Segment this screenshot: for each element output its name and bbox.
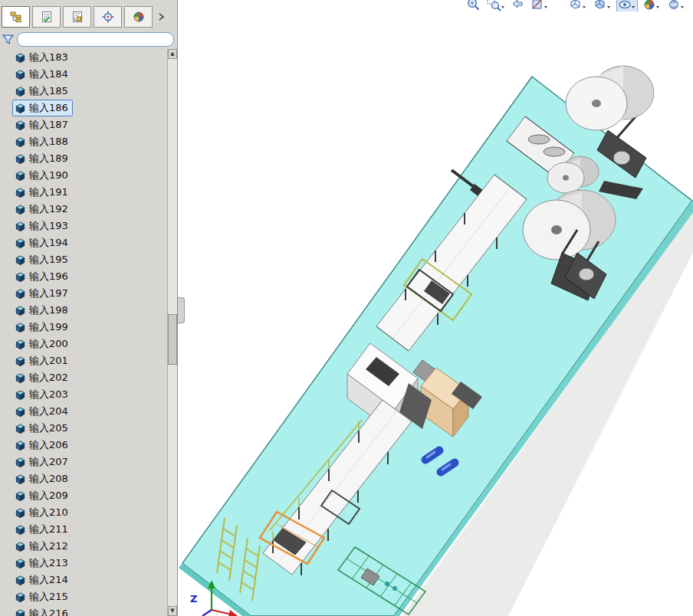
tree-item[interactable]: 输入215 <box>0 588 167 605</box>
zoom-area-button[interactable] <box>485 0 505 11</box>
tab-dimxpertmanager[interactable] <box>94 6 122 28</box>
tree-item[interactable]: 输入184 <box>0 66 167 83</box>
tree-item-label: 输入185 <box>29 84 68 98</box>
tree-item-label: 输入197 <box>29 287 68 300</box>
tree-item-label: 输入200 <box>29 337 68 351</box>
solidworks-window: { "left_panel": { "tabs": [ {"icon": "fe… <box>0 0 693 616</box>
tree-item[interactable]: 输入202 <box>0 369 167 386</box>
feature-panel: 输入183输入184输入185输入186输入187输入188输入189输入190… <box>0 0 178 616</box>
tree-item-label: 输入206 <box>29 438 68 452</box>
imported-part-cube-icon <box>15 339 26 350</box>
tree-item[interactable]: 输入203 <box>0 386 167 403</box>
configurationmanager-icon <box>71 11 84 23</box>
tree-item-label: 输入183 <box>29 51 68 64</box>
tab-configurationmanager[interactable] <box>63 6 91 28</box>
imported-part-cube-icon <box>15 591 26 603</box>
edit-appearance-button[interactable] <box>642 0 662 11</box>
imported-part-cube-icon <box>15 440 26 451</box>
material-roll-1[interactable] <box>566 66 654 130</box>
tree-item[interactable]: 输入195 <box>0 251 167 268</box>
tree-item[interactable]: 输入194 <box>0 234 167 251</box>
tree-item[interactable]: 输入210 <box>0 504 167 521</box>
featuremanager-tree-icon <box>10 11 22 23</box>
tree-item-label: 输入205 <box>29 421 68 435</box>
triad-z-label: Z <box>190 593 197 605</box>
tree-item-label: 输入188 <box>29 135 68 149</box>
feature-filter-input[interactable] <box>17 32 174 47</box>
display-style-button[interactable] <box>593 0 613 11</box>
tab-featuremanager[interactable] <box>2 6 30 28</box>
scrollbar-up-arrow[interactable]: ▲ <box>168 49 177 59</box>
tree-item[interactable]: 输入205 <box>0 420 167 437</box>
tree-item[interactable]: 输入197 <box>0 285 167 302</box>
imported-part-cube-icon <box>15 490 26 502</box>
tree-item[interactable]: 输入204 <box>0 403 167 420</box>
tree-item[interactable]: 输入212 <box>0 538 167 555</box>
edit-appearance-icon <box>642 0 661 11</box>
panel-tab-bar <box>0 0 177 30</box>
tree-item[interactable]: 输入207 <box>0 454 167 470</box>
tree-item[interactable]: 输入189 <box>0 150 167 167</box>
graphics-viewport[interactable]: Z <box>179 0 693 616</box>
tree-item[interactable]: 输入183 <box>0 49 167 66</box>
tree-item[interactable]: 输入198 <box>0 302 167 319</box>
tree-item-label: 输入196 <box>29 270 68 283</box>
view-orientation-button[interactable] <box>568 0 588 11</box>
tree-item-label: 输入216 <box>29 607 68 616</box>
imported-part-cube-icon <box>15 103 26 114</box>
tab-propertymanager[interactable] <box>32 6 61 28</box>
tree-item-label: 输入198 <box>29 303 68 317</box>
dimxpertmanager-icon <box>102 11 114 23</box>
imported-part-cube-icon <box>15 52 26 64</box>
tree-item[interactable]: 输入185 <box>0 83 167 100</box>
tree-item[interactable]: 输入190 <box>0 167 167 184</box>
previous-view-icon <box>511 0 524 11</box>
tree-item[interactable]: 输入200 <box>0 336 167 352</box>
imported-part-cube-icon <box>15 423 26 434</box>
previous-view-button[interactable] <box>510 0 525 11</box>
imported-part-cube-icon <box>15 524 26 536</box>
chevron-right-icon <box>157 12 165 21</box>
tab-overflow-button[interactable] <box>155 6 167 28</box>
tree-item[interactable]: 输入196 <box>0 268 167 285</box>
tree-item[interactable]: 输入214 <box>0 572 167 588</box>
tree-item[interactable]: 输入209 <box>0 487 167 504</box>
tree-item[interactable]: 输入192 <box>0 201 167 218</box>
tree-item-label: 输入208 <box>29 472 68 486</box>
propertymanager-icon <box>41 11 53 23</box>
scrollbar-down-arrow[interactable]: ▼ <box>168 606 177 616</box>
imported-part-cube-icon <box>15 507 26 519</box>
tree-item-label: 输入190 <box>29 169 68 182</box>
tree-item-label: 输入203 <box>29 388 68 401</box>
panel-collapse-handle[interactable] <box>178 297 185 323</box>
tree-item[interactable]: 输入216 <box>0 605 167 616</box>
section-view-button[interactable] <box>530 0 550 11</box>
tree-item[interactable]: 输入188 <box>0 133 167 150</box>
tree-item-label: 输入199 <box>29 320 68 334</box>
tree-item[interactable]: 输入208 <box>0 470 167 487</box>
tree-item[interactable]: 输入201 <box>0 352 167 369</box>
zoom-fit-button[interactable] <box>465 0 481 11</box>
imported-part-cube-icon <box>15 170 26 182</box>
tree-item[interactable]: 输入187 <box>0 116 167 133</box>
tree-item[interactable]: 输入199 <box>0 319 167 336</box>
tree-item[interactable]: 输入211 <box>0 521 167 538</box>
viewport-3d-scene[interactable] <box>179 0 693 616</box>
tree-item[interactable]: 输入206 <box>0 437 167 454</box>
zoom-area-icon <box>486 0 504 11</box>
tree-item[interactable]: 输入193 <box>0 218 167 234</box>
imported-part-cube-icon <box>15 575 26 586</box>
scrollbar-thumb[interactable] <box>168 314 177 365</box>
hide-show-items-button[interactable] <box>617 0 637 11</box>
tab-displaymanager[interactable] <box>124 6 153 28</box>
section-view-icon <box>530 0 549 11</box>
tree-item[interactable]: 输入213 <box>0 555 167 572</box>
imported-part-cube-icon <box>15 608 26 616</box>
view-settings-icon <box>667 0 685 11</box>
imported-part-cube-icon <box>15 389 26 401</box>
view-orientation-icon <box>569 0 587 11</box>
tree-item[interactable]: 输入186 <box>0 100 167 116</box>
tree-item[interactable]: 输入191 <box>0 184 167 201</box>
view-settings-button[interactable] <box>666 0 686 11</box>
tree-scrollbar: ▲ ▼ <box>167 49 177 616</box>
